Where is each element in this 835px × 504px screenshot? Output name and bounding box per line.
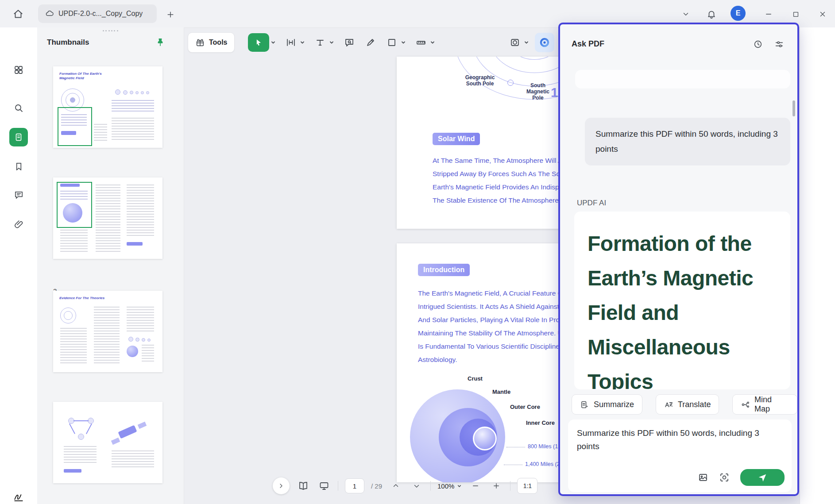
ai-assistant-button[interactable] xyxy=(535,33,554,52)
geographic-south-pole-label: Geographic South Pole xyxy=(459,74,501,87)
comment-tool-button[interactable] xyxy=(342,35,357,50)
thumbnails-panel-button[interactable] xyxy=(9,128,28,146)
divider xyxy=(430,481,431,491)
attachments-button[interactable] xyxy=(8,214,29,235)
add-text-tool-button[interactable] xyxy=(313,35,328,50)
translate-chip-label: Translate xyxy=(678,400,711,409)
close-button[interactable] xyxy=(816,7,830,21)
page2-body-line: Intrigued Scientists. It Acts As A Shiel… xyxy=(418,303,566,311)
comment-icon xyxy=(14,190,24,200)
right-icon-rail xyxy=(800,27,835,504)
translate-icon xyxy=(664,400,673,409)
updf-ai-icon xyxy=(538,36,551,49)
signature-icon xyxy=(13,491,24,502)
toolbar: Tools xyxy=(188,32,554,53)
page2-body-line: Maintaining The Stability Of The Atmosph… xyxy=(418,329,566,337)
thumbnail-1-title: Formation Of The Earth's Magnetic Field xyxy=(59,72,109,81)
comments-button[interactable] xyxy=(8,184,29,205)
tools-button[interactable]: Tools xyxy=(188,32,235,53)
earth-inner-core xyxy=(473,427,497,450)
snapshot-tool-button[interactable] xyxy=(507,35,522,50)
home-button[interactable] xyxy=(11,7,26,22)
zoom-out-button[interactable] xyxy=(468,479,483,493)
minimize-button[interactable] xyxy=(762,7,776,21)
screenshot-button[interactable] xyxy=(719,472,730,483)
previous-message-bubble xyxy=(575,70,790,88)
panel-drag-handle[interactable] xyxy=(103,30,119,35)
zoom-level-dropdown[interactable]: 100% xyxy=(437,482,462,490)
mind-map-chip[interactable]: Mind Map xyxy=(732,394,797,415)
thumbnail-page-4[interactable] xyxy=(53,402,162,483)
ask-input[interactable]: Summarize this PDF within 50 words, incl… xyxy=(577,427,783,453)
edit-text-tool-button[interactable] xyxy=(283,35,298,50)
tools-label: Tools xyxy=(209,38,227,46)
all-tools-button[interactable] xyxy=(8,59,29,81)
ask-pdf-panel: Ask PDF Summarize this PDF within 50 wor… xyxy=(558,23,799,496)
document-tab[interactable]: UPDF-2.0-c..._Copy_Copy xyxy=(38,4,157,23)
zoom-in-button[interactable] xyxy=(489,479,503,493)
bell-icon xyxy=(707,9,716,19)
select-tool-button[interactable] xyxy=(248,33,269,52)
highlight-tool-button[interactable] xyxy=(363,35,378,50)
thumbnail-page-1[interactable]: Formation Of The Earth's Magnetic Field xyxy=(53,66,162,148)
bookmarks-button[interactable] xyxy=(8,156,29,177)
page1-body-line: At The Same Time, The Atmosphere Will Al… xyxy=(433,157,567,165)
add-text-dropdown[interactable] xyxy=(329,39,335,46)
introduction-heading: Introduction xyxy=(418,264,470,276)
chevron-right-icon xyxy=(278,482,285,489)
next-page-button[interactable] xyxy=(410,479,424,493)
page-number-input[interactable] xyxy=(345,478,364,493)
chevron-down-icon xyxy=(682,10,690,18)
edit-text-dropdown[interactable] xyxy=(299,39,305,46)
attach-image-button[interactable] xyxy=(698,472,708,483)
measure-label-1: 800 Miles (1,3 xyxy=(528,443,563,450)
summarize-chip[interactable]: Summarize xyxy=(572,394,642,415)
previous-page-button[interactable] xyxy=(389,479,403,493)
reader-mode-button[interactable] xyxy=(296,479,310,493)
ai-response-card: Formation of the Earth’s Magnetic Field … xyxy=(574,212,790,389)
grid-icon xyxy=(13,65,24,75)
thumbnail-3-title: Evidence For The Theories xyxy=(59,296,121,300)
translate-chip[interactable]: Translate xyxy=(656,394,719,415)
home-icon xyxy=(12,8,24,20)
plus-icon xyxy=(492,482,500,490)
user-message-text: Summarize this PDF within 50 words, incl… xyxy=(595,129,778,154)
measure-dropdown[interactable] xyxy=(429,39,436,46)
ask-input-card: Summarize this PDF within 50 words, incl… xyxy=(568,419,792,492)
pin-panel-button[interactable] xyxy=(153,35,167,50)
thumbnail-page-2[interactable] xyxy=(53,177,162,259)
snapshot-dropdown[interactable] xyxy=(523,39,530,46)
new-tab-button[interactable] xyxy=(165,9,176,20)
measure-tool-button[interactable] xyxy=(414,35,429,50)
maximize-button[interactable] xyxy=(789,7,803,21)
page2-body-line: The Earth's Magnetic Field, A Crucial Fe… xyxy=(418,289,565,297)
pin-icon xyxy=(155,38,165,47)
signature-button[interactable] xyxy=(8,486,29,504)
page-total-label: / 29 xyxy=(371,482,382,490)
presentation-button[interactable] xyxy=(317,479,331,493)
comment-bubble-icon xyxy=(344,37,355,48)
search-button[interactable] xyxy=(8,97,29,119)
thumbnail-page-3[interactable]: Evidence For The Theories xyxy=(53,291,162,372)
document-icon xyxy=(14,132,23,142)
display-icon xyxy=(319,481,329,491)
chat-scrollbar[interactable] xyxy=(792,100,795,116)
expand-panel-button[interactable] xyxy=(273,477,290,494)
avatar[interactable]: E xyxy=(731,6,746,21)
history-button[interactable] xyxy=(751,38,765,51)
send-button[interactable] xyxy=(740,469,785,486)
tabs-dropdown-button[interactable] xyxy=(679,7,693,21)
sliders-icon xyxy=(774,39,784,49)
mind-map-chip-label: Mind Map xyxy=(754,395,789,414)
actual-size-button[interactable]: 1:1 xyxy=(517,478,537,494)
select-tool-dropdown[interactable] xyxy=(270,39,276,46)
settings-button[interactable] xyxy=(773,38,786,51)
quick-action-chips: Summarize Translate Mind Map xyxy=(572,394,797,415)
notifications-button[interactable] xyxy=(704,7,719,21)
shapes-tool-button[interactable] xyxy=(384,35,399,50)
bottom-bar: / 29 100% 1:1 xyxy=(273,476,537,496)
shapes-dropdown[interactable] xyxy=(400,39,406,46)
ruler-icon xyxy=(416,37,426,48)
summarize-chip-label: Summarize xyxy=(594,400,634,409)
maximize-icon xyxy=(792,11,800,18)
